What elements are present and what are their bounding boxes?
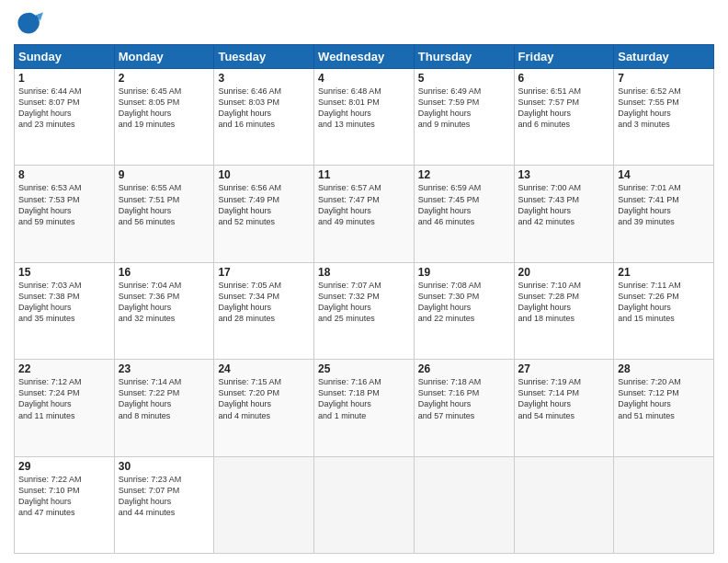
day-number: 2 [119, 72, 210, 85]
header [14, 9, 714, 39]
day-info: Sunrise: 7:15 AM Sunset: 7:20 PM Dayligh… [218, 376, 310, 421]
calendar-week-row: 8 Sunrise: 6:53 AM Sunset: 7:53 PM Dayli… [15, 166, 714, 262]
header-saturday: Saturday [614, 45, 714, 69]
day-number: 30 [119, 460, 210, 473]
day-info: Sunrise: 7:20 AM Sunset: 7:12 PM Dayligh… [618, 376, 710, 421]
day-number: 21 [618, 266, 710, 279]
logo-icon [14, 9, 43, 39]
table-row: 1 Sunrise: 6:44 AM Sunset: 8:07 PM Dayli… [15, 69, 115, 166]
day-info: Sunrise: 7:08 AM Sunset: 7:30 PM Dayligh… [418, 280, 510, 325]
day-info: Sunrise: 6:44 AM Sunset: 8:07 PM Dayligh… [18, 86, 110, 131]
day-info: Sunrise: 7:19 AM Sunset: 7:14 PM Dayligh… [518, 376, 610, 421]
table-row: 4 Sunrise: 6:48 AM Sunset: 8:01 PM Dayli… [314, 69, 415, 166]
day-number: 19 [418, 266, 510, 279]
day-number: 15 [18, 266, 110, 279]
table-row: 7 Sunrise: 6:52 AM Sunset: 7:55 PM Dayli… [614, 69, 714, 166]
day-number: 29 [18, 460, 110, 473]
logo [14, 9, 47, 39]
day-info: Sunrise: 6:52 AM Sunset: 7:55 PM Dayligh… [618, 86, 710, 131]
day-number: 9 [119, 168, 210, 181]
table-row [514, 456, 614, 553]
page: Sunday Monday Tuesday Wednesday Thursday… [0, 0, 728, 563]
day-number: 25 [318, 362, 410, 375]
table-row [614, 456, 714, 553]
day-number: 12 [418, 168, 510, 181]
table-row: 12 Sunrise: 6:59 AM Sunset: 7:45 PM Dayl… [414, 166, 514, 262]
weekday-header-row: Sunday Monday Tuesday Wednesday Thursday… [15, 45, 714, 69]
table-row: 6 Sunrise: 6:51 AM Sunset: 7:57 PM Dayli… [514, 69, 614, 166]
header-monday: Monday [114, 45, 214, 69]
table-row: 11 Sunrise: 6:57 AM Sunset: 7:47 PM Dayl… [314, 166, 415, 262]
header-thursday: Thursday [414, 45, 514, 69]
table-row: 19 Sunrise: 7:08 AM Sunset: 7:30 PM Dayl… [414, 262, 514, 359]
day-info: Sunrise: 7:22 AM Sunset: 7:10 PM Dayligh… [18, 474, 110, 519]
day-info: Sunrise: 6:51 AM Sunset: 7:57 PM Dayligh… [518, 86, 610, 131]
table-row: 3 Sunrise: 6:46 AM Sunset: 8:03 PM Dayli… [214, 69, 314, 166]
table-row: 17 Sunrise: 7:05 AM Sunset: 7:34 PM Dayl… [214, 262, 314, 359]
table-row: 21 Sunrise: 7:11 AM Sunset: 7:26 PM Dayl… [614, 262, 714, 359]
table-row: 22 Sunrise: 7:12 AM Sunset: 7:24 PM Dayl… [15, 360, 115, 456]
table-row [414, 456, 514, 553]
table-row: 28 Sunrise: 7:20 AM Sunset: 7:12 PM Dayl… [614, 360, 714, 456]
calendar-week-row: 29 Sunrise: 7:22 AM Sunset: 7:10 PM Dayl… [15, 456, 714, 553]
day-number: 6 [518, 72, 610, 85]
day-info: Sunrise: 7:23 AM Sunset: 7:07 PM Dayligh… [119, 474, 210, 519]
day-info: Sunrise: 6:57 AM Sunset: 7:47 PM Dayligh… [318, 182, 410, 227]
day-info: Sunrise: 7:05 AM Sunset: 7:34 PM Dayligh… [218, 280, 310, 325]
header-wednesday: Wednesday [314, 45, 415, 69]
day-info: Sunrise: 6:53 AM Sunset: 7:53 PM Dayligh… [18, 182, 110, 227]
table-row: 9 Sunrise: 6:55 AM Sunset: 7:51 PM Dayli… [114, 166, 214, 262]
day-info: Sunrise: 7:18 AM Sunset: 7:16 PM Dayligh… [418, 376, 510, 421]
day-info: Sunrise: 7:12 AM Sunset: 7:24 PM Dayligh… [18, 376, 110, 421]
day-info: Sunrise: 7:00 AM Sunset: 7:43 PM Dayligh… [518, 182, 610, 227]
table-row: 10 Sunrise: 6:56 AM Sunset: 7:49 PM Dayl… [214, 166, 314, 262]
day-info: Sunrise: 7:16 AM Sunset: 7:18 PM Dayligh… [318, 376, 410, 421]
day-info: Sunrise: 7:10 AM Sunset: 7:28 PM Dayligh… [518, 280, 610, 325]
table-row: 5 Sunrise: 6:49 AM Sunset: 7:59 PM Dayli… [414, 69, 514, 166]
day-number: 20 [518, 266, 610, 279]
day-number: 26 [418, 362, 510, 375]
day-info: Sunrise: 6:59 AM Sunset: 7:45 PM Dayligh… [418, 182, 510, 227]
day-info: Sunrise: 7:03 AM Sunset: 7:38 PM Dayligh… [18, 280, 110, 325]
day-number: 5 [418, 72, 510, 85]
day-info: Sunrise: 6:48 AM Sunset: 8:01 PM Dayligh… [318, 86, 410, 131]
day-number: 23 [119, 362, 210, 375]
table-row: 16 Sunrise: 7:04 AM Sunset: 7:36 PM Dayl… [114, 262, 214, 359]
table-row: 27 Sunrise: 7:19 AM Sunset: 7:14 PM Dayl… [514, 360, 614, 456]
header-sunday: Sunday [15, 45, 115, 69]
table-row: 20 Sunrise: 7:10 AM Sunset: 7:28 PM Dayl… [514, 262, 614, 359]
day-number: 10 [218, 168, 310, 181]
day-number: 4 [318, 72, 410, 85]
day-info: Sunrise: 6:45 AM Sunset: 8:05 PM Dayligh… [119, 86, 210, 131]
day-info: Sunrise: 7:11 AM Sunset: 7:26 PM Dayligh… [618, 280, 710, 325]
table-row: 29 Sunrise: 7:22 AM Sunset: 7:10 PM Dayl… [15, 456, 115, 553]
table-row: 18 Sunrise: 7:07 AM Sunset: 7:32 PM Dayl… [314, 262, 415, 359]
day-info: Sunrise: 6:55 AM Sunset: 7:51 PM Dayligh… [119, 182, 210, 227]
day-number: 16 [119, 266, 210, 279]
day-info: Sunrise: 7:04 AM Sunset: 7:36 PM Dayligh… [119, 280, 210, 325]
day-number: 3 [218, 72, 310, 85]
day-number: 27 [518, 362, 610, 375]
day-number: 14 [618, 168, 710, 181]
day-info: Sunrise: 6:49 AM Sunset: 7:59 PM Dayligh… [418, 86, 510, 131]
calendar-week-row: 1 Sunrise: 6:44 AM Sunset: 8:07 PM Dayli… [15, 69, 714, 166]
day-number: 17 [218, 266, 310, 279]
calendar-week-row: 22 Sunrise: 7:12 AM Sunset: 7:24 PM Dayl… [15, 360, 714, 456]
day-number: 11 [318, 168, 410, 181]
day-info: Sunrise: 7:14 AM Sunset: 7:22 PM Dayligh… [119, 376, 210, 421]
day-number: 1 [18, 72, 110, 85]
table-row [314, 456, 415, 553]
calendar-week-row: 15 Sunrise: 7:03 AM Sunset: 7:38 PM Dayl… [15, 262, 714, 359]
day-number: 28 [618, 362, 710, 375]
day-info: Sunrise: 7:07 AM Sunset: 7:32 PM Dayligh… [318, 280, 410, 325]
table-row: 24 Sunrise: 7:15 AM Sunset: 7:20 PM Dayl… [214, 360, 314, 456]
day-number: 24 [218, 362, 310, 375]
table-row: 26 Sunrise: 7:18 AM Sunset: 7:16 PM Dayl… [414, 360, 514, 456]
table-row: 25 Sunrise: 7:16 AM Sunset: 7:18 PM Dayl… [314, 360, 415, 456]
day-info: Sunrise: 7:01 AM Sunset: 7:41 PM Dayligh… [618, 182, 710, 227]
day-number: 8 [18, 168, 110, 181]
day-number: 13 [518, 168, 610, 181]
table-row: 14 Sunrise: 7:01 AM Sunset: 7:41 PM Dayl… [614, 166, 714, 262]
day-info: Sunrise: 6:46 AM Sunset: 8:03 PM Dayligh… [218, 86, 310, 131]
table-row: 13 Sunrise: 7:00 AM Sunset: 7:43 PM Dayl… [514, 166, 614, 262]
